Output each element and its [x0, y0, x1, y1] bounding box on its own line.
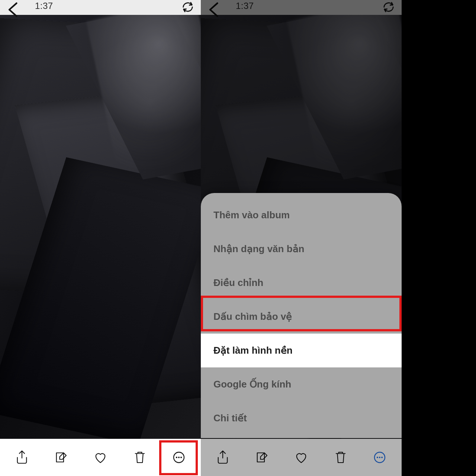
favorite-button[interactable] [85, 442, 116, 473]
bottom-toolbar [0, 439, 201, 476]
menu-item-set-wallpaper[interactable]: Đặt làm hình nền [201, 334, 402, 367]
more-button[interactable] [364, 442, 395, 473]
svg-point-3 [180, 457, 182, 458]
menu-item-add-to-album[interactable]: Thêm vào album [201, 198, 402, 232]
cloud-sync-icon[interactable] [180, 0, 196, 15]
menu-item-adjust[interactable]: Điều chỉnh [201, 266, 402, 300]
edit-button[interactable] [247, 442, 277, 473]
delete-button[interactable] [325, 442, 356, 473]
more-options-sheet: Thêm vào album Nhận dạng văn bản Điều ch… [201, 193, 402, 438]
svg-point-1 [176, 457, 177, 458]
viewer-header: 1:37 [0, 0, 201, 15]
menu-item-text-recognition[interactable]: Nhận dạng văn bản [201, 232, 402, 266]
edit-button[interactable] [46, 442, 76, 473]
svg-point-6 [379, 457, 380, 458]
share-button[interactable] [208, 442, 238, 473]
delete-button[interactable] [125, 442, 155, 473]
screenshot-left: 1:37 [0, 0, 201, 476]
menu-item-google-lens[interactable]: Google Ống kính [201, 367, 402, 401]
svg-point-7 [381, 457, 383, 458]
back-button[interactable] [4, 0, 24, 13]
menu-item-watermark[interactable]: Dấu chìm bảo vệ [201, 300, 402, 334]
svg-point-2 [178, 457, 180, 458]
svg-point-5 [377, 457, 378, 458]
screenshot-right: 1:37 Thêm vào album Nhận dạng văn bản Đi… [201, 0, 402, 476]
share-button[interactable] [7, 442, 37, 473]
wallpaper-image [0, 0, 201, 476]
header-time: 1:37 [35, 1, 53, 11]
more-button[interactable] [164, 442, 194, 473]
bottom-toolbar [201, 439, 402, 476]
menu-item-details[interactable]: Chi tiết [201, 401, 402, 435]
favorite-button[interactable] [286, 442, 316, 473]
